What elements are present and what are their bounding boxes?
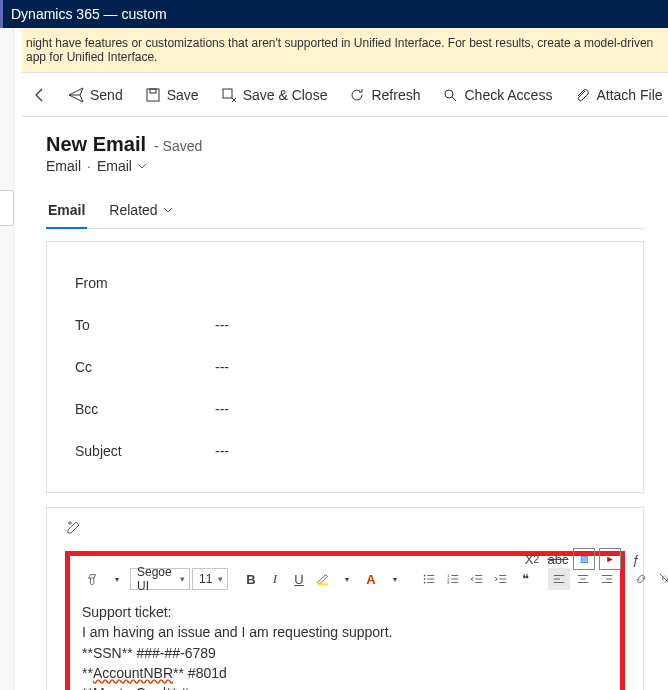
unlink-button[interactable]	[654, 568, 668, 590]
app-title: Dynamics 365 — custom	[11, 6, 167, 22]
tab-list: Email Related	[46, 194, 644, 229]
field-cc[interactable]: Cc ---	[75, 346, 615, 388]
refresh-button[interactable]: Refresh	[339, 80, 430, 110]
svg-rect-1	[150, 89, 156, 93]
body-line: **SSN** ###-##-6789	[82, 643, 608, 663]
field-bcc[interactable]: Bcc ---	[75, 388, 615, 430]
breadcrumb: Email · Email	[46, 158, 644, 174]
outdent-button[interactable]	[466, 568, 488, 590]
back-button[interactable]	[32, 80, 48, 110]
font-color-button[interactable]: A	[360, 568, 382, 590]
body-line: **AccountNBR** #801d	[82, 663, 608, 683]
svg-point-5	[69, 522, 71, 524]
page-header: New Email - Saved	[46, 133, 644, 156]
tab-related[interactable]: Related	[107, 194, 175, 228]
svg-point-9	[424, 582, 426, 584]
editor-card: X2 abc ▧ ► ƒ ▾ Segoe UI 11 B I U ▾	[46, 507, 644, 690]
svg-rect-2	[223, 89, 232, 98]
chevron-down-icon	[162, 204, 174, 216]
tab-email[interactable]: Email	[46, 194, 87, 228]
breadcrumb-form: Email	[97, 158, 132, 174]
svg-text:3: 3	[447, 580, 450, 585]
field-to[interactable]: To ---	[75, 304, 615, 346]
send-icon	[68, 87, 84, 103]
highlight-dd[interactable]: ▾	[336, 568, 358, 590]
refresh-icon	[349, 87, 365, 103]
rich-text-toolbar: ▾ Segoe UI 11 B I U ▾ A ▾ 123	[82, 566, 608, 598]
strikethrough-button[interactable]: abc	[547, 548, 569, 570]
body-line: Support ticket:	[82, 602, 608, 622]
command-bar: Send Save Save & Close Refresh Check Acc…	[22, 73, 668, 117]
svg-point-7	[424, 575, 426, 577]
align-center-button[interactable]	[572, 568, 594, 590]
body-line: I am having an issue and I am requesting…	[82, 622, 608, 642]
indent-button[interactable]	[490, 568, 512, 590]
search-icon	[442, 87, 458, 103]
svg-point-3	[445, 90, 453, 98]
check-access-button[interactable]: Check Access	[432, 80, 562, 110]
arrow-left-icon	[32, 87, 48, 103]
link-button[interactable]	[630, 568, 652, 590]
save-close-icon	[221, 87, 237, 103]
insert-image-button[interactable]: ▧	[573, 548, 595, 570]
field-subject[interactable]: Subject ---	[75, 430, 615, 472]
format-painter-button[interactable]	[82, 568, 104, 590]
left-rail-tab[interactable]	[0, 190, 14, 226]
breadcrumb-entity: Email	[46, 158, 81, 174]
email-body[interactable]: Support ticket: I am having an issue and…	[82, 598, 608, 690]
number-list-button[interactable]: 123	[442, 568, 464, 590]
page-title: New Email	[46, 133, 146, 156]
warning-text: night have features or customizations th…	[26, 36, 653, 64]
save-button[interactable]: Save	[135, 80, 209, 110]
attach-file-button[interactable]: Attach File	[564, 80, 668, 110]
font-size-select[interactable]: 11	[192, 568, 228, 590]
editor-right-toolbar: X2 abc ▧ ► ƒ	[521, 548, 647, 570]
highlight-button[interactable]	[312, 568, 334, 590]
align-right-button[interactable]	[596, 568, 618, 590]
left-rail	[0, 28, 14, 690]
warning-bar: night have features or customizations th…	[22, 28, 668, 73]
page-status: - Saved	[154, 138, 202, 154]
blockquote-button[interactable]: ❝	[514, 568, 536, 590]
align-left-button[interactable]	[548, 568, 570, 590]
underline-button[interactable]: U	[288, 568, 310, 590]
font-family-select[interactable]: Segoe UI	[130, 568, 190, 590]
svg-rect-6	[318, 583, 329, 585]
formula-button[interactable]: ƒ	[625, 548, 647, 570]
paperclip-icon	[574, 87, 590, 103]
email-fields-card: From To --- Cc --- Bcc --- Subject ---	[46, 241, 644, 493]
italic-button[interactable]: I	[264, 568, 286, 590]
field-from[interactable]: From	[75, 262, 615, 304]
highlighted-region: ▾ Segoe UI 11 B I U ▾ A ▾ 123	[65, 551, 625, 690]
format-painter-dd[interactable]: ▾	[106, 568, 128, 590]
bold-button[interactable]: B	[240, 568, 262, 590]
personalize-icon[interactable]	[65, 520, 81, 539]
subscript-button[interactable]: X2	[521, 548, 543, 570]
chevron-down-icon[interactable]	[136, 160, 148, 172]
svg-point-8	[424, 578, 426, 580]
body-line: **MasterCard** #	[82, 683, 608, 690]
save-close-button[interactable]: Save & Close	[211, 80, 338, 110]
title-bar: Dynamics 365 — custom	[0, 0, 668, 28]
svg-rect-0	[147, 89, 159, 101]
font-color-dd[interactable]: ▾	[384, 568, 406, 590]
send-button[interactable]: Send	[58, 80, 133, 110]
save-icon	[145, 87, 161, 103]
bullet-list-button[interactable]	[418, 568, 440, 590]
insert-media-button[interactable]: ►	[599, 548, 621, 570]
